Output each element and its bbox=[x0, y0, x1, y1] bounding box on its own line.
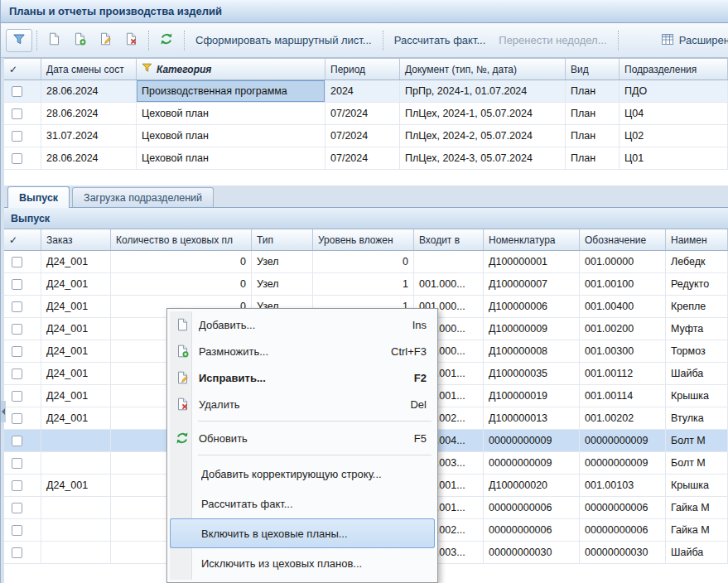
cell-category[interactable]: Цеховой план bbox=[137, 125, 325, 147]
cell-order[interactable]: Д24_001 bbox=[41, 363, 111, 384]
row-checkbox[interactable] bbox=[12, 346, 22, 357]
cell-designation[interactable]: 00000000030 bbox=[580, 542, 666, 563]
header-document[interactable]: Документ (тип, №, дата) bbox=[400, 59, 566, 80]
cell-name[interactable]: Втулка bbox=[666, 407, 728, 429]
header-parent[interactable]: Входит в bbox=[414, 229, 484, 250]
row-checkbox[interactable] bbox=[12, 324, 22, 335]
cell-period[interactable]: 07/2024 bbox=[325, 125, 400, 147]
row-checkbox[interactable] bbox=[12, 436, 22, 446]
cell-nomenclature[interactable]: 00000000006 bbox=[484, 497, 580, 518]
header-department[interactable]: Подразделения bbox=[620, 59, 728, 80]
table-row[interactable]: 28.06.2024 Цеховой план 07/2024 ПлЦех, 2… bbox=[4, 147, 728, 170]
calc-fact-button[interactable]: Рассчитать факт... bbox=[388, 29, 493, 52]
cell-kind[interactable]: План bbox=[566, 103, 620, 124]
cell-nomenclature[interactable]: 00000000009 bbox=[484, 430, 580, 451]
cell-qty[interactable]: 0 bbox=[111, 251, 252, 272]
cell-document[interactable]: ПлЦех, 2024-1, 05.07.2024 bbox=[400, 103, 566, 124]
cell-name[interactable]: Гайка М bbox=[666, 497, 728, 518]
header-type[interactable]: Тип bbox=[252, 229, 313, 250]
refresh-button[interactable] bbox=[153, 29, 180, 52]
cell-order[interactable] bbox=[41, 452, 111, 474]
cell-designation[interactable]: 001.00400 bbox=[580, 296, 666, 317]
cell-name[interactable]: Крепле bbox=[666, 296, 728, 317]
header-name[interactable]: Наимен bbox=[666, 229, 728, 250]
cell-nomenclature[interactable]: Д100000006 bbox=[484, 296, 580, 317]
row-checkbox[interactable] bbox=[12, 108, 22, 119]
cell-order[interactable]: Д24_001 bbox=[41, 407, 111, 429]
cell-nomenclature[interactable]: Д100000019 bbox=[484, 385, 580, 407]
cell-department[interactable]: ПДО bbox=[620, 80, 728, 102]
row-checkbox[interactable] bbox=[12, 413, 22, 424]
cell-designation[interactable]: 001.00202 bbox=[580, 407, 666, 429]
extended-mode-button[interactable]: Расширен bbox=[654, 29, 728, 52]
cell-designation[interactable]: 00000000006 bbox=[580, 519, 666, 541]
row-checkbox[interactable] bbox=[12, 480, 22, 491]
row-checkbox[interactable] bbox=[12, 391, 22, 402]
cell-nomenclature[interactable]: 00000000006 bbox=[484, 519, 580, 541]
cell-department[interactable]: Ц02 bbox=[620, 125, 728, 147]
row-checkbox[interactable] bbox=[12, 525, 22, 536]
header-qty[interactable]: Количество в цеховых пл bbox=[111, 229, 252, 250]
cell-date[interactable]: 28.06.2024 bbox=[41, 103, 137, 124]
cell-order[interactable]: Д24_001 bbox=[41, 318, 111, 340]
header-level[interactable]: Уровень вложен bbox=[313, 229, 414, 250]
menu-item-add[interactable]: Добавить... Ins bbox=[170, 311, 435, 338]
edit-button[interactable] bbox=[93, 29, 118, 52]
table-row[interactable]: 31.07.2024 Цеховой план 07/2024 ПлЦех, 2… bbox=[4, 125, 728, 147]
header-check[interactable]: ✓ bbox=[4, 229, 41, 250]
header-designation[interactable]: Обозначение bbox=[580, 229, 666, 250]
header-check[interactable]: ✓ bbox=[4, 59, 41, 80]
add-button[interactable] bbox=[41, 29, 67, 52]
cell-parent[interactable]: 001.000... bbox=[414, 273, 484, 295]
row-checkbox[interactable] bbox=[12, 503, 22, 513]
header-period[interactable]: Период bbox=[325, 59, 400, 80]
cell-parent[interactable] bbox=[414, 251, 484, 272]
cell-type[interactable]: Узел bbox=[252, 251, 313, 272]
cell-designation[interactable]: 001.00000 bbox=[580, 251, 666, 272]
menu-item-add-correction-row[interactable]: Добавить корректирующую строку... bbox=[170, 459, 435, 489]
cell-order[interactable]: Д24_001 bbox=[41, 385, 111, 407]
cell-department[interactable]: Ц01 bbox=[620, 147, 728, 169]
cell-kind[interactable]: План bbox=[566, 80, 620, 102]
cell-category[interactable]: Производственная программа bbox=[137, 80, 325, 102]
cell-nomenclature[interactable]: Д100000008 bbox=[484, 340, 580, 362]
row-checkbox[interactable] bbox=[12, 369, 22, 379]
cell-order[interactable] bbox=[41, 542, 111, 563]
generate-route-list-button[interactable]: Сформировать маршрутный лист... bbox=[189, 29, 378, 52]
cell-name[interactable]: Лебедк bbox=[666, 251, 728, 272]
header-order[interactable]: Заказ bbox=[41, 229, 111, 250]
cell-designation[interactable]: 001.00103 bbox=[580, 475, 666, 496]
cell-nomenclature[interactable]: Д100000020 bbox=[484, 475, 580, 496]
cell-designation[interactable]: 00000000009 bbox=[580, 452, 666, 474]
row-checkbox[interactable] bbox=[12, 86, 22, 97]
cell-nomenclature[interactable]: Д100000001 bbox=[484, 251, 580, 272]
cell-order[interactable]: Д24_001 bbox=[41, 475, 111, 496]
tab-output[interactable]: Выпуск bbox=[7, 186, 70, 208]
row-checkbox[interactable] bbox=[12, 279, 22, 290]
cell-name[interactable]: Болт М bbox=[666, 430, 728, 451]
cell-date[interactable]: 28.06.2024 bbox=[41, 80, 137, 102]
menu-item-duplicate[interactable]: Размножить... Ctrl+F3 bbox=[170, 338, 435, 364]
cell-nomenclature[interactable]: Д100000035 bbox=[484, 363, 580, 384]
cell-name[interactable]: Шайба bbox=[666, 542, 728, 563]
cell-name[interactable]: Муфта bbox=[666, 318, 728, 340]
cell-designation[interactable]: 00000000006 bbox=[580, 497, 666, 518]
cell-date[interactable]: 31.07.2024 bbox=[41, 125, 137, 147]
cell-order[interactable]: Д24_001 bbox=[41, 251, 111, 272]
cell-period[interactable]: 2024 bbox=[325, 80, 400, 102]
cell-name[interactable]: Шайба bbox=[666, 363, 728, 384]
cell-period[interactable]: 07/2024 bbox=[325, 147, 400, 169]
cell-order[interactable]: Д24_001 bbox=[41, 273, 111, 295]
cell-order[interactable] bbox=[41, 497, 111, 518]
cell-department[interactable]: Ц04 bbox=[620, 103, 728, 124]
cell-designation[interactable]: 001.00200 bbox=[580, 318, 666, 340]
cell-order[interactable] bbox=[41, 519, 111, 541]
cell-order[interactable]: Д24_001 bbox=[41, 340, 111, 362]
row-checkbox[interactable] bbox=[12, 547, 22, 558]
cell-document[interactable]: ПлЦех, 2024-2, 05.07.2024 bbox=[400, 125, 566, 147]
cell-name[interactable]: Редукто bbox=[666, 273, 728, 295]
table-row[interactable]: 28.06.2024 Цеховой план 07/2024 ПлЦех, 2… bbox=[4, 103, 728, 125]
cell-document[interactable]: ПлЦех, 2024-3, 05.07.2024 bbox=[400, 147, 566, 169]
header-nomenclature[interactable]: Номенклатура bbox=[484, 229, 580, 250]
row-checkbox[interactable] bbox=[12, 301, 22, 312]
